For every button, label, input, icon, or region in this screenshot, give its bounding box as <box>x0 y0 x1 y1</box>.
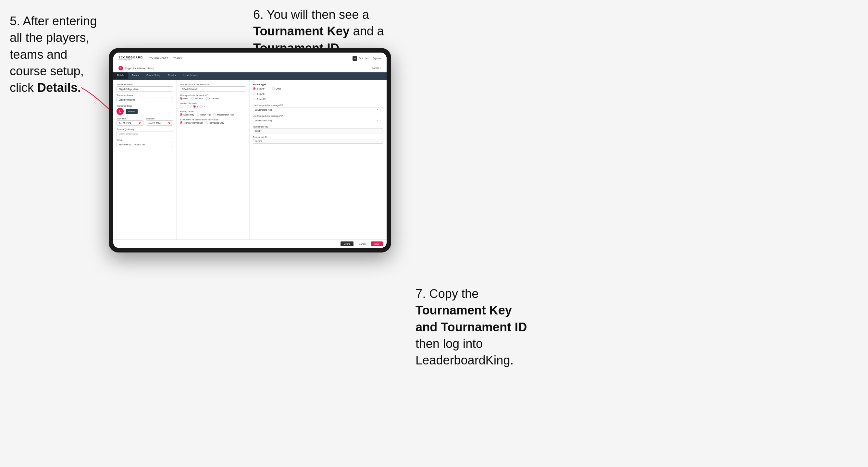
sponsor-input[interactable]: Enter sponsor name <box>117 131 173 136</box>
gender-radio-group: Mens Womens Combined <box>180 97 246 100</box>
middle-column: Which division is the event for? NCAA Di… <box>177 80 250 240</box>
api1-clear[interactable]: ✕ ⌄ <box>376 108 381 111</box>
clippd-logo: C <box>119 66 123 70</box>
radio-r4[interactable] <box>200 105 203 108</box>
upload-button[interactable]: Upload <box>126 109 137 114</box>
tournament-key-label: Tournament Key <box>253 126 383 128</box>
tab-leaderboards[interactable]: Leaderboards <box>180 72 201 80</box>
tab-teams[interactable]: Teams <box>128 72 143 80</box>
sign-out-link[interactable]: Sign out <box>373 57 381 59</box>
scoring-medal[interactable]: Medal Match Play <box>213 113 234 116</box>
division-group: Which division is the event for? NCAA Di… <box>180 84 246 92</box>
calendar-icon: 📅 <box>138 122 141 124</box>
tab-course-setup[interactable]: Course Setup <box>143 72 164 80</box>
round-1[interactable]: 1 <box>180 105 185 108</box>
rounds-group: Number of rounds 1 2 3 <box>180 102 246 108</box>
end-date-input[interactable]: Jan 23, 2024 📅 <box>146 120 173 126</box>
tournament-division: (Men) <box>147 67 154 70</box>
radio-stroke[interactable] <box>180 113 182 116</box>
tournament-id-label: Tournament ID <box>253 136 383 138</box>
nav-teams[interactable]: TEAMS <box>173 57 182 60</box>
gender-combined[interactable]: Combined <box>206 97 219 100</box>
tablet-device: SCOREBOARD Powered by clippd TOURNAMENTS… <box>109 48 391 252</box>
division-arrow: ⌄ <box>243 88 244 90</box>
format-right: Other <box>272 87 281 101</box>
round-4[interactable]: 4 <box>200 105 205 108</box>
tab-results[interactable]: Results <box>164 72 180 80</box>
format-options-row: 5 count 4 6 count 4 6 count 5 <box>253 87 383 101</box>
radio-match[interactable] <box>197 113 199 116</box>
sponsor-group: Sponsor (optional) Enter sponsor name <box>117 128 173 136</box>
start-date-input[interactable]: Jan 21, 2024 📅 <box>117 120 144 126</box>
round-2[interactable]: 2 <box>187 105 191 108</box>
tournament-host-input[interactable]: Clippd College - Men ⌄ <box>117 86 173 92</box>
tournament-key-value: bef8b7 <box>253 128 383 133</box>
tournament-header: C Clippd Invitational (Men) Cancel ✕ <box>113 64 386 72</box>
gender-womens[interactable]: Womens <box>191 97 203 100</box>
annotation-bottom-right: 7. Copy the Tournament Key and Tournamen… <box>415 286 571 369</box>
tournament-host-group: Tournament Host Clippd College - Men ⌄ <box>117 84 173 92</box>
rounds-label: Number of rounds <box>180 102 246 104</box>
radio-medal[interactable] <box>213 113 216 116</box>
scoring-match[interactable]: Match Play <box>197 113 211 116</box>
left-column: Tournament Host Clippd College - Men ⌄ T… <box>113 80 177 240</box>
format-other[interactable]: Other <box>272 87 281 90</box>
radio-r3[interactable] <box>193 105 196 108</box>
cancel-button[interactable]: Cancel <box>355 242 369 246</box>
format-6count4[interactable]: 6 count 4 <box>253 93 266 95</box>
radio-5c4[interactable] <box>253 87 255 90</box>
radio-combined[interactable] <box>206 97 208 100</box>
tournament-name-input[interactable]: Clippd Invitational <box>117 97 173 102</box>
tournament-title: Clippd Invitational <box>125 67 146 70</box>
teams-group: Is this event for Teams and/or Individua… <box>180 119 246 124</box>
radio-other[interactable] <box>272 87 275 90</box>
venue-input[interactable]: Peachtree GC - Atlanta - GA ⌄ <box>117 142 173 147</box>
tournament-host-label: Tournament Host <box>117 84 173 86</box>
radio-womens[interactable] <box>191 97 194 100</box>
division-input[interactable]: NCAA Division III ⌄ <box>180 86 246 92</box>
radio-mens[interactable] <box>180 97 182 100</box>
api1-input[interactable]: Leaderboard King ✕ ⌄ <box>253 107 383 112</box>
logo-section: C Upload <box>117 108 173 115</box>
api1-group: Use third-party live scoring API? Leader… <box>253 104 383 112</box>
venue-label: Venue <box>117 139 173 141</box>
save-button[interactable]: Save <box>371 242 383 246</box>
logo-circle: C <box>117 108 124 115</box>
radio-r2[interactable] <box>187 105 189 108</box>
round-3[interactable]: 3 <box>193 105 198 108</box>
format-6count5[interactable]: 6 count 5 <box>253 98 266 100</box>
pipe: | <box>370 57 371 59</box>
scoring-radio-group: Stroke Play Match Play Medal Match Play <box>180 113 246 116</box>
gender-mens[interactable]: Mens <box>180 97 189 100</box>
tab-details[interactable]: Details <box>113 72 128 80</box>
annotation-left: 5. After entering all the players, teams… <box>10 13 101 96</box>
venue-dropdown-arrow: ⌄ <box>169 144 171 145</box>
cancel-link[interactable]: Cancel ✕ <box>372 67 381 69</box>
delete-button[interactable]: Delete <box>341 242 353 246</box>
scoring-stroke[interactable]: Stroke Play <box>180 113 194 116</box>
nav-tournaments[interactable]: TOURNAMENTS <box>149 57 168 60</box>
format-5count4[interactable]: 5 count 4 <box>253 87 266 90</box>
scoring-label: Scoring system <box>180 110 246 113</box>
footer-bar: Delete Cancel Save <box>113 240 386 248</box>
radio-r1[interactable] <box>180 105 182 108</box>
radio-teams[interactable] <box>180 121 182 124</box>
teams-plus-ind[interactable]: Teams (+Individuals) <box>180 121 203 124</box>
radio-6c4[interactable] <box>253 93 255 95</box>
rounds-row: 1 2 3 4 <box>180 105 246 108</box>
api2-input[interactable]: Leaderboard King ✕ ⌄ <box>253 118 383 123</box>
api1-label: Use third-party live scoring API? <box>253 104 383 106</box>
user-avatar: SI <box>352 56 357 61</box>
format-title: Format type <box>253 84 383 86</box>
gender-group: Which gender is the event for? Mens Wome… <box>180 94 246 100</box>
radio-6c5[interactable] <box>253 98 255 100</box>
teams-radio-group: Teams (+Individuals) Individuals Only <box>180 121 246 124</box>
individuals-only[interactable]: Individuals Only <box>206 121 224 124</box>
api2-clear[interactable]: ✕ ⌄ <box>376 119 381 122</box>
brand: SCOREBOARD Powered by clippd <box>119 56 143 61</box>
main-content: Tournament Host Clippd College - Men ⌄ T… <box>113 80 386 240</box>
tournament-name-group: Tournament name Clippd Invitational <box>117 94 173 102</box>
radio-individuals[interactable] <box>206 121 208 124</box>
end-date-field: End date Jan 23, 2024 📅 <box>146 118 173 126</box>
format-section: Format type 5 count 4 6 count 4 <box>253 84 383 101</box>
